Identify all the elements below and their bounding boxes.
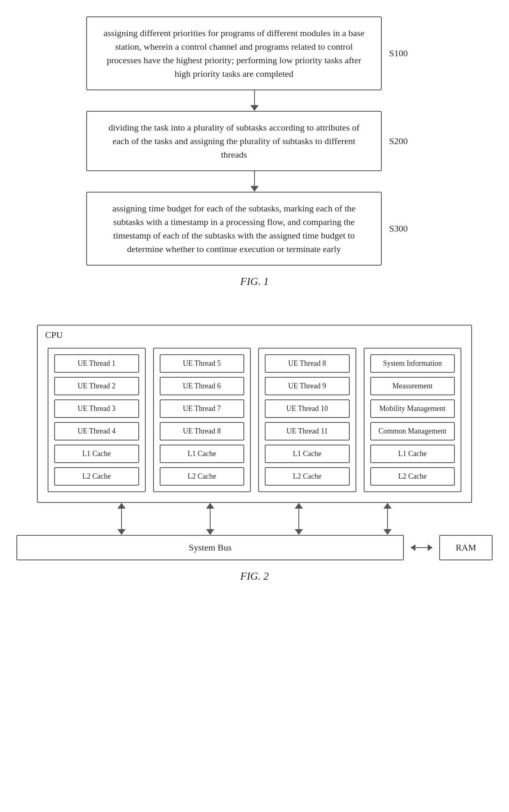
step1-row: assigning different priorities for progr… bbox=[86, 16, 423, 90]
cache-box-3-1: L1 Cache bbox=[265, 445, 350, 463]
step3-text: assigning time budget for each of the su… bbox=[112, 203, 356, 254]
cache-box-3-2: L2 Cache bbox=[265, 467, 350, 486]
cache-box-1-1: L1 Cache bbox=[54, 445, 139, 463]
step1-text: assigning different priorities for progr… bbox=[103, 28, 365, 79]
thread-box-1-1: UE Thread 1 bbox=[54, 354, 139, 373]
arrow2-line bbox=[254, 171, 255, 186]
fig2-diagram: CPU UE Thread 1 UE Thread 2 UE Thread 3 … bbox=[25, 325, 484, 603]
step2-row: dividing the task into a plurality of su… bbox=[86, 111, 423, 171]
horiz-right-head bbox=[428, 544, 433, 551]
arrow-down-3 bbox=[295, 529, 303, 535]
thread-box-3-3: UE Thread 10 bbox=[265, 399, 350, 418]
system-bus-box: System Bus bbox=[16, 535, 404, 560]
bus-arrow-1 bbox=[117, 503, 126, 535]
cache-box-4-1: L1 Cache bbox=[370, 445, 455, 463]
cpu-label: CPU bbox=[45, 330, 63, 340]
step3-label: S300 bbox=[389, 223, 408, 234]
cpu-box: CPU UE Thread 1 UE Thread 2 UE Thread 3 … bbox=[37, 325, 472, 503]
cache-box-2-2: L2 Cache bbox=[160, 467, 245, 486]
thread-box-4-2: Measurement bbox=[370, 377, 455, 395]
thread-box-1-3: UE Thread 3 bbox=[54, 399, 139, 418]
arrow1-line bbox=[254, 90, 255, 105]
system-bus-row: System Bus RAM bbox=[16, 535, 493, 560]
system-bus-label: System Bus bbox=[189, 542, 232, 553]
arrow-down-1 bbox=[117, 529, 126, 535]
vert-line-1 bbox=[121, 509, 122, 529]
ram-label: RAM bbox=[456, 542, 476, 553]
arrow-down-2 bbox=[206, 529, 214, 535]
ram-box: RAM bbox=[439, 535, 493, 560]
thread-box-4-1: System Information bbox=[370, 354, 455, 373]
vert-line-2 bbox=[210, 509, 211, 529]
thread-box-4-4: Common Management bbox=[370, 422, 455, 440]
arrow1-head bbox=[250, 105, 259, 111]
arrow-up-4 bbox=[383, 503, 392, 509]
cache-box-1-2: L2 Cache bbox=[54, 467, 139, 486]
arrow-down-4 bbox=[383, 529, 392, 535]
thread-box-2-1: UE Thread 5 bbox=[160, 354, 245, 373]
step3-row: assigning time budget for each of the su… bbox=[86, 192, 423, 266]
cache-box-4-2: L2 Cache bbox=[370, 467, 455, 486]
fig2-caption: FIG. 2 bbox=[240, 570, 268, 583]
horiz-line bbox=[415, 547, 428, 548]
thread-box-3-1: UE Thread 8 bbox=[265, 354, 350, 373]
thread-box-3-4: UE Thread 11 bbox=[265, 422, 350, 440]
step2-box: dividing the task into a plurality of su… bbox=[86, 111, 382, 171]
cpu-cores: UE Thread 1 UE Thread 2 UE Thread 3 UE T… bbox=[48, 348, 461, 492]
arrow-up-3 bbox=[295, 503, 303, 509]
thread-box-2-2: UE Thread 6 bbox=[160, 377, 245, 395]
bus-arrow-2 bbox=[206, 503, 214, 535]
step2-label: S200 bbox=[389, 136, 408, 147]
thread-box-4-3: Mobility Management bbox=[370, 399, 455, 418]
arrow2 bbox=[250, 171, 259, 192]
core-column-1: UE Thread 1 UE Thread 2 UE Thread 3 UE T… bbox=[48, 348, 146, 492]
cache-box-2-1: L1 Cache bbox=[160, 445, 245, 463]
vert-line-4 bbox=[387, 509, 388, 529]
thread-box-2-4: UE Thread 8 bbox=[160, 422, 245, 440]
thread-box-3-2: UE Thread 9 bbox=[265, 377, 350, 395]
fig1-diagram: assigning different priorities for progr… bbox=[25, 16, 484, 308]
fig1-caption: FIG. 1 bbox=[240, 275, 268, 288]
arrow-up-2 bbox=[206, 503, 214, 509]
thread-box-1-2: UE Thread 2 bbox=[54, 377, 139, 395]
thread-box-1-4: UE Thread 4 bbox=[54, 422, 139, 440]
step2-text: dividing the task into a plurality of su… bbox=[108, 122, 360, 160]
vert-line-3 bbox=[298, 509, 299, 529]
horiz-double-arrow bbox=[410, 544, 433, 551]
bus-arrows-section bbox=[37, 503, 472, 535]
horiz-left-head bbox=[410, 544, 415, 551]
arrow-up-1 bbox=[117, 503, 126, 509]
arrow1 bbox=[250, 90, 259, 111]
step3-box: assigning time budget for each of the su… bbox=[86, 192, 382, 266]
core-column-3: UE Thread 8 UE Thread 9 UE Thread 10 UE … bbox=[258, 348, 356, 492]
bus-arrow-3 bbox=[295, 503, 303, 535]
core-column-4: System Information Measurement Mobility … bbox=[364, 348, 462, 492]
step1-box: assigning different priorities for progr… bbox=[86, 16, 382, 90]
step1-label: S100 bbox=[389, 48, 408, 59]
bus-arrow-4 bbox=[383, 503, 392, 535]
core-column-2: UE Thread 5 UE Thread 6 UE Thread 7 UE T… bbox=[153, 348, 251, 492]
thread-box-2-3: UE Thread 7 bbox=[160, 399, 245, 418]
arrow2-head bbox=[250, 186, 259, 192]
